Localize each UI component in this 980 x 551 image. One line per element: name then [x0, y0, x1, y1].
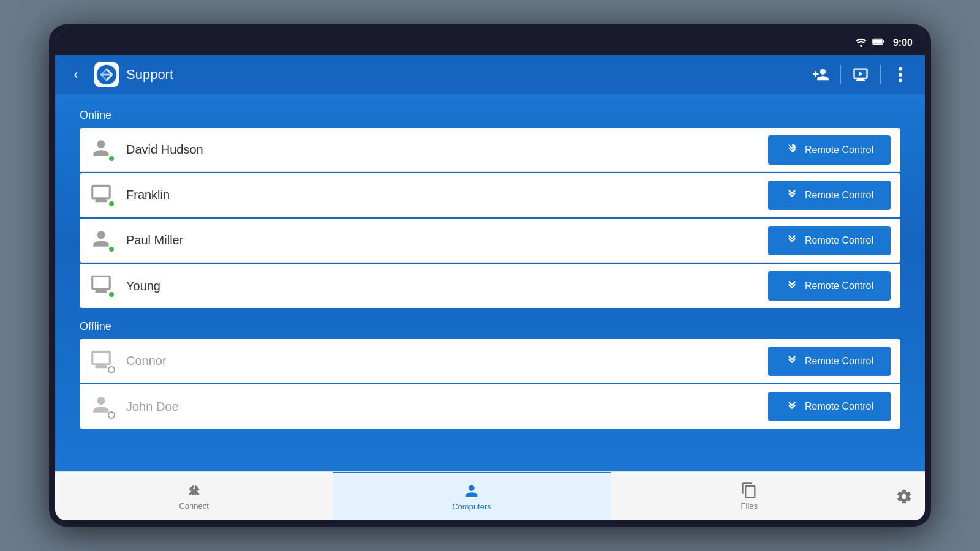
action-divider-2 [880, 65, 881, 84]
remote-control-label: Remote Control [805, 356, 873, 367]
add-user-button[interactable] [806, 60, 835, 89]
status-dot-online [108, 246, 115, 253]
nav-item-files[interactable]: Files [611, 472, 888, 520]
status-dot-online [108, 291, 115, 298]
nav-item-connect[interactable]: Connect [55, 472, 333, 520]
contact-item-franklin[interactable]: Franklin Remote Control [80, 173, 900, 217]
status-dot-online [108, 200, 115, 208]
remote-control-button[interactable]: Remote Control [768, 226, 891, 255]
remote-control-label: Remote Control [805, 280, 873, 291]
offline-label: Offline [80, 320, 900, 333]
remote-control-button[interactable]: Remote Control [768, 392, 891, 421]
contact-item-david-hudson[interactable]: David Hudson Remote Control [80, 128, 900, 172]
nav-label-files: Files [741, 501, 758, 511]
online-label: Online [80, 109, 900, 122]
contact-icon-wrapper [89, 182, 116, 209]
remote-control-icon [785, 141, 799, 158]
device-frame: 9:00 ‹ Support [49, 24, 931, 527]
action-divider-1 [840, 65, 841, 84]
app-logo [94, 62, 119, 87]
status-dot-online [108, 155, 115, 162]
app-bar-actions [806, 60, 915, 89]
contact-item-paul-miller[interactable]: Paul Miller Remote Control [80, 219, 900, 263]
status-time: 9:00 [893, 37, 913, 48]
contact-icon-wrapper [89, 272, 116, 299]
svg-rect-2 [883, 40, 884, 43]
svg-point-6 [899, 78, 902, 82]
remote-control-label: Remote Control [805, 401, 873, 412]
svg-rect-1 [873, 39, 883, 43]
remote-control-icon [785, 232, 799, 249]
app-bar: ‹ Support [55, 55, 925, 94]
remote-control-icon [785, 278, 799, 294]
nav-label-computers: Computers [452, 502, 491, 511]
remote-control-icon [785, 399, 799, 415]
remote-control-icon [785, 187, 799, 203]
contact-name: Young [126, 279, 758, 293]
svg-point-5 [899, 73, 902, 77]
contact-icon-wrapper [89, 393, 116, 420]
app-title: Support [126, 67, 799, 83]
nav-label-connect: Connect [179, 501, 208, 511]
svg-point-4 [899, 67, 902, 71]
remote-control-label: Remote Control [805, 235, 873, 246]
settings-button[interactable] [888, 488, 925, 505]
status-dot-offline [108, 411, 115, 419]
contact-name: Connor [126, 354, 758, 368]
online-contact-list: David Hudson Remote Control [80, 128, 900, 308]
remote-control-label: Remote Control [805, 190, 873, 201]
svg-rect-7 [468, 487, 475, 487]
status-dot-offline [108, 366, 115, 373]
contact-item-connor[interactable]: Connor Remote Control [80, 339, 900, 383]
device-screen: 9:00 ‹ Support [55, 31, 925, 520]
offline-contact-list: Connor Remote Control [80, 339, 900, 429]
battery-icon [872, 37, 886, 48]
contact-icon-wrapper [89, 137, 116, 163]
contact-name: Franklin [126, 188, 758, 202]
remote-control-button[interactable]: Remote Control [768, 271, 891, 301]
contact-icon-wrapper [89, 227, 116, 254]
remote-control-button[interactable]: Remote Control [768, 347, 891, 376]
nav-item-computers[interactable]: Computers [333, 472, 610, 520]
contact-item-john-doe[interactable]: John Doe Remote Control [80, 384, 900, 429]
offline-section: Offline Connor [80, 320, 900, 429]
remote-control-button[interactable]: Remote Control [768, 181, 891, 210]
more-options-button[interactable] [886, 60, 915, 89]
wifi-icon [855, 37, 867, 49]
online-section: Online David Hudson [80, 109, 900, 308]
contact-name: John Doe [126, 400, 758, 414]
contact-name: Paul Miller [126, 233, 758, 247]
contact-item-young[interactable]: Young Remote Control [80, 264, 900, 308]
back-button[interactable]: ‹ [65, 64, 87, 86]
screen-share-button[interactable] [846, 60, 875, 89]
bottom-nav: Connect Computers Files [55, 471, 925, 520]
status-bar: 9:00 [55, 31, 925, 55]
remote-control-label: Remote Control [805, 144, 873, 156]
remote-control-icon [785, 353, 799, 369]
contact-name: David Hudson [126, 143, 758, 157]
main-content: Online David Hudson [55, 94, 925, 471]
remote-control-button[interactable]: Remote Control [768, 135, 891, 165]
contact-icon-wrapper [89, 348, 116, 375]
